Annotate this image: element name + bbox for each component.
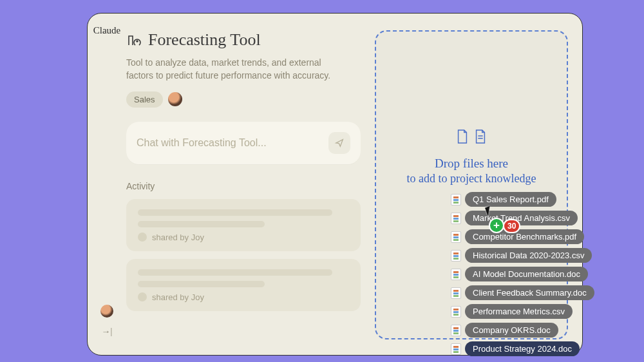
file-name-pill: Client Feedback Summary.doc xyxy=(465,285,594,300)
drag-count-badge: 30 xyxy=(503,219,520,233)
file-thumb-icon xyxy=(451,250,461,262)
tag-row: Sales xyxy=(126,91,361,108)
dropzone-files-icon xyxy=(455,128,488,145)
page-description: Tool to analyze data, market trends, and… xyxy=(126,56,345,82)
chat-placeholder: Chat with Forecasting Tool... xyxy=(137,137,267,149)
user-avatar[interactable] xyxy=(100,305,113,318)
content-column: Forecasting Tool Tool to analyze data, m… xyxy=(126,30,361,355)
file-name-pill: Product Strategy 2024.doc xyxy=(465,341,580,356)
dropzone-subtitle: to add to project knowledge xyxy=(407,172,536,186)
file-name-pill: Performance Metrics.csv xyxy=(465,304,573,319)
send-button[interactable] xyxy=(328,132,350,154)
title-row: Forecasting Tool xyxy=(126,30,361,50)
dragged-file-row: Q1 Sales Report.pdf xyxy=(451,192,594,207)
left-rail: Claude →| xyxy=(88,14,126,355)
dropzone-title: Drop files here xyxy=(435,157,508,171)
drag-cursor: + 30 xyxy=(486,206,495,215)
collapse-sidebar-icon[interactable]: →| xyxy=(102,327,113,337)
sharer-avatar-icon xyxy=(138,233,147,242)
file-thumb-icon xyxy=(451,325,461,336)
file-name-pill: Competitor Benchmarks.pdf xyxy=(465,229,584,244)
activity-item[interactable]: shared by Joy xyxy=(126,259,361,311)
dragged-file-row: AI Model Documentation.doc xyxy=(451,267,594,281)
file-thumb-icon xyxy=(451,213,461,224)
file-name-pill: Q1 Sales Report.pdf xyxy=(465,192,556,207)
tag-sales[interactable]: Sales xyxy=(126,91,163,108)
file-name-pill: AI Model Documentation.doc xyxy=(465,267,588,281)
dragged-file-row: Performance Metrics.csv xyxy=(451,304,594,319)
skeleton-line xyxy=(138,221,265,227)
rail-footer: →| xyxy=(100,305,113,343)
tag-owner-avatar[interactable] xyxy=(168,92,182,106)
file-thumb-icon xyxy=(451,194,461,205)
file-name-pill: Market Trend Analysis.csv xyxy=(465,211,578,225)
dragged-file-row: Market Trend Analysis.csv xyxy=(451,211,594,225)
activity-label: Activity xyxy=(126,181,361,191)
skeleton-line xyxy=(138,269,332,276)
shared-by-text: shared by Joy xyxy=(152,233,204,242)
skeleton-line xyxy=(138,281,265,287)
dragged-file-row: Client Feedback Summary.doc xyxy=(451,285,594,300)
file-thumb-icon xyxy=(451,287,461,299)
brand-logo[interactable]: Claude xyxy=(93,25,121,36)
chat-input-box[interactable]: Chat with Forecasting Tool... xyxy=(126,122,361,164)
file-thumb-icon xyxy=(451,269,461,280)
dragged-file-row: Company OKRS.doc xyxy=(451,323,594,338)
dragged-file-row: Product Strategy 2024.doc xyxy=(451,341,594,356)
cursor-arrow-icon xyxy=(485,205,496,216)
dragged-file-list: Q1 Sales Report.pdfMarket Trend Analysis… xyxy=(451,192,594,356)
file-thumb-icon xyxy=(451,306,461,318)
drag-plus-badge: + xyxy=(489,218,504,233)
dragged-file-row: Historical Data 2020-2023.csv xyxy=(451,248,594,263)
dragged-file-row: Competitor Benchmarks.pdf xyxy=(451,229,594,244)
file-name-pill: Company OKRS.doc xyxy=(465,323,558,338)
file-thumb-icon xyxy=(451,343,461,355)
file-name-pill: Historical Data 2020-2023.csv xyxy=(465,248,592,263)
shared-by-text: shared by Joy xyxy=(152,292,204,302)
activity-item[interactable]: shared by Joy xyxy=(126,199,361,251)
svg-point-0 xyxy=(137,41,138,42)
sharer-avatar-icon xyxy=(138,292,147,301)
page-title: Forecasting Tool xyxy=(148,30,261,50)
forecasting-tool-icon xyxy=(126,32,142,48)
skeleton-line xyxy=(138,209,332,216)
file-thumb-icon xyxy=(451,231,461,243)
